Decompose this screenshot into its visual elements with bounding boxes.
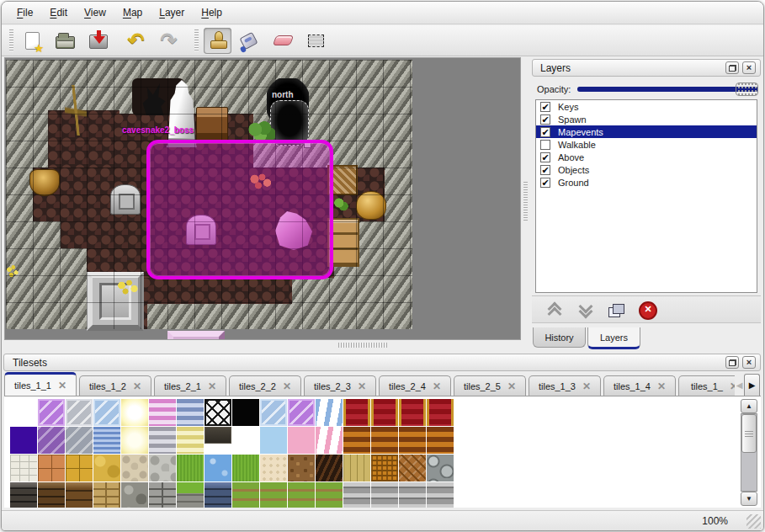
palette-tile-sky-blue[interactable]	[260, 427, 287, 454]
palette-tile-tiles-gold[interactable]	[66, 455, 93, 481]
stamp-button[interactable]	[204, 28, 231, 54]
save-button[interactable]	[84, 28, 112, 54]
palette-tile-tiles-orange[interactable]	[38, 455, 65, 481]
tab-close-icon[interactable]: ✕	[582, 381, 591, 391]
menu-item-view[interactable]: View	[76, 3, 114, 22]
palette-tile-stripes-brown[interactable]	[427, 427, 454, 454]
palette-tile-black[interactable]	[232, 399, 259, 426]
palette-tile-grass[interactable]	[177, 455, 204, 481]
eraser-button[interactable]	[269, 28, 297, 54]
palette-tile-stripes-brown[interactable]	[371, 427, 398, 454]
layer-visibility-checkbox[interactable]: ✔	[540, 178, 550, 188]
palette-tile-brick-tan[interactable]	[93, 482, 120, 508]
palette-tile-glow-pale[interactable]	[121, 427, 148, 454]
palette-tile-stripes-gray[interactable]	[149, 427, 176, 454]
vertical-splitter[interactable]	[522, 57, 530, 340]
palette-tile-water-tex[interactable]	[205, 455, 231, 481]
palette-tile-grass-path[interactable]	[288, 482, 315, 508]
tab-close-icon[interactable]: ✕	[133, 381, 141, 391]
scroll-tabs-left-button[interactable]: ◀	[735, 380, 744, 390]
menu-item-file[interactable]: File	[8, 3, 41, 22]
tab-close-icon[interactable]: ✕	[507, 381, 516, 391]
palette-tile-crystal-gray[interactable]	[66, 399, 93, 426]
scrollbar-thumb[interactable]	[741, 414, 757, 453]
new-button[interactable]	[19, 28, 46, 54]
tab-close-icon[interactable]: ✕	[433, 381, 441, 391]
palette-tile-brick-gray[interactable]	[149, 482, 176, 508]
layer-row-walkable[interactable]: Walkable	[536, 138, 757, 151]
layer-visibility-checkbox[interactable]	[540, 140, 550, 150]
fill-button[interactable]	[236, 28, 264, 54]
palette-tile-dirt[interactable]	[288, 455, 315, 481]
palette-tile-grass-path[interactable]	[316, 482, 343, 508]
palette-tile-carpet-red[interactable]	[427, 399, 454, 426]
opacity-slider-groove[interactable]	[577, 87, 758, 92]
tab-close-icon[interactable]: ✕	[657, 381, 666, 391]
layer-visibility-checkbox[interactable]: ✔	[540, 114, 550, 125]
palette-tile-stripes-brown[interactable]	[343, 427, 370, 454]
layer-row-spawn[interactable]: ✔Spawn	[536, 113, 757, 125]
tileset-tab-tiles_2_1[interactable]: tiles_2_1✕	[154, 375, 226, 396]
palette-tile-plank-wall[interactable]	[343, 482, 370, 508]
tileset-palette[interactable]: ▲ ▼	[4, 396, 761, 508]
palette-tile-wall-blue[interactable]	[205, 482, 231, 508]
palette-tile-grass-edge[interactable]	[177, 482, 204, 508]
dock-tab-layers[interactable]: Layers	[587, 327, 640, 349]
tileset-tab-tiles_1_1[interactable]: tiles_1_1✕	[4, 372, 77, 396]
palette-tile-stripes-pink[interactable]	[149, 399, 176, 426]
palette-tile-carpet-red[interactable]	[343, 399, 370, 426]
palette-tile-pebbles-beige[interactable]	[121, 455, 148, 481]
palette-tile-wall-gray[interactable]	[121, 482, 148, 508]
palette-tile-crystal-blue[interactable]	[93, 399, 120, 426]
menu-item-layer[interactable]: Layer	[151, 3, 193, 22]
layer-row-objects[interactable]: ✔Objects	[536, 163, 757, 176]
palette-tile-wood-dark[interactable]	[316, 455, 343, 481]
layer-visibility-checkbox[interactable]: ✔	[540, 152, 550, 162]
palette-tile-stone-white[interactable]	[10, 455, 37, 481]
tab-close-icon[interactable]: ✕	[208, 381, 216, 391]
layer-row-keys[interactable]: ✔Keys	[536, 100, 757, 113]
undo-button[interactable]: ↶	[122, 28, 150, 54]
select-button[interactable]	[302, 28, 330, 54]
tileset-tab-tiles_2_3[interactable]: tiles_2_3✕	[304, 375, 376, 396]
resize-grip[interactable]	[746, 514, 761, 529]
palette-tile-herringbone[interactable]	[399, 455, 426, 481]
layer-list[interactable]: ✔Keys✔Spawn✔MapeventsWalkable✔Above✔Obje…	[535, 99, 757, 293]
palette-tile-planks-light[interactable]	[343, 455, 370, 481]
palette-tile-plank-wall[interactable]	[399, 482, 426, 508]
map-selection-rect[interactable]	[146, 140, 333, 279]
layer-visibility-checkbox[interactable]: ✔	[540, 165, 550, 175]
palette-tile-lattice[interactable]	[205, 399, 231, 426]
palette-tile-plank-wall[interactable]	[427, 482, 454, 508]
menu-item-help[interactable]: Help	[193, 3, 231, 22]
palette-tile-wall-brown2[interactable]	[66, 482, 93, 508]
tileset-tab-tiles_1_4[interactable]: tiles_1_4✕	[603, 375, 676, 396]
palette-tile-logs-gray[interactable]	[427, 455, 454, 481]
tab-close-icon[interactable]: ✕	[358, 381, 366, 391]
delete-layer-button[interactable]	[636, 300, 658, 320]
palette-tile-ribbon-pink[interactable]	[316, 427, 343, 454]
palette-tile-crystal-blue[interactable]	[260, 399, 287, 426]
palette-tile-crystal-gray-d[interactable]	[66, 427, 93, 454]
palette-tile-weave[interactable]	[371, 455, 398, 481]
palette-tile-indigo[interactable]	[10, 427, 37, 454]
horizontal-splitter[interactable]	[338, 343, 387, 348]
tileset-tab-tiles_1_3[interactable]: tiles_1_3✕	[529, 375, 601, 396]
dock-tab-history[interactable]: History	[533, 327, 586, 348]
menu-item-edit[interactable]: Edit	[41, 3, 76, 22]
lower-layer-button[interactable]	[574, 300, 596, 320]
opacity-slider[interactable]	[577, 82, 758, 97]
palette-tile-water-blue[interactable]	[93, 427, 120, 454]
palette-tile-flag-yellow[interactable]	[93, 455, 120, 481]
palette-tile-stripes-yellow[interactable]	[177, 427, 204, 454]
close-panel-button[interactable]: ×	[742, 61, 756, 74]
tileset-tab-tiles_2_2[interactable]: tiles_2_2✕	[229, 375, 301, 396]
toolbar-grip[interactable]	[194, 29, 199, 51]
tab-close-icon[interactable]: ✕	[283, 381, 291, 391]
tileset-tab-tiles_1_2[interactable]: tiles_1_2✕	[79, 375, 151, 396]
tileset-tab-tiles_2_5[interactable]: tiles_2_5✕	[454, 375, 526, 396]
open-button[interactable]	[51, 28, 79, 54]
close-panel-button[interactable]: ×	[742, 356, 756, 369]
scroll-down-button[interactable]: ▼	[741, 492, 757, 506]
palette-tile-stripes-brown[interactable]	[399, 427, 426, 454]
